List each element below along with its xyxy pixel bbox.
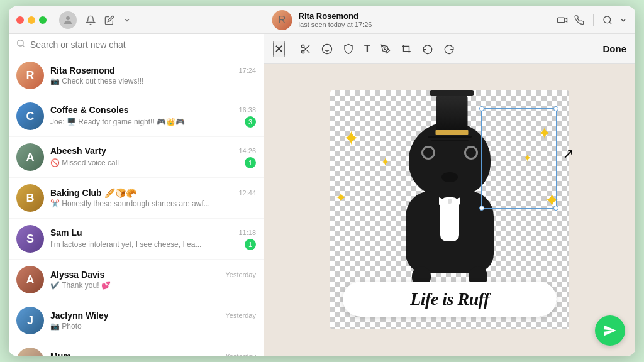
chat-avatar: A [16,266,44,293]
chat-time: 14:26 [238,147,256,155]
unread-badge: 1 [245,239,256,250]
chat-avatar: R [16,62,44,89]
traffic-lights [16,16,47,24]
svg-line-9 [307,50,309,52]
chat-info: Mum Yesterday ✔️ Night, love you too xx [50,351,256,356]
unread-badge: 1 [245,157,256,168]
svg-rect-1 [558,18,565,23]
cursor: ↖ [563,146,574,162]
chat-preview: 🚫 Missed voice call [50,158,119,167]
titlebar-left-controls [59,11,131,29]
search-icon [16,39,25,50]
editor-close-button[interactable]: ✕ [273,41,285,57]
chat-list-item[interactable]: B Baking Club 🥖🍞🥐 12:44 ✂️ Honestly thes… [9,178,264,219]
life-is-ruff-text: Life is Ruff [410,289,489,309]
editor-canvas: ✦ ✦ ✦ ✦ ✦ ✦ [264,64,635,356]
svg-point-6 [301,45,304,48]
chat-list-item[interactable]: A Alyssa Davis Yesterday ✔️ Thank you! 💕 [9,260,264,300]
svg-point-7 [301,50,304,53]
scissor-tool[interactable] [300,43,311,55]
user-avatar[interactable] [59,11,77,29]
pen-tool[interactable] [380,44,391,54]
search-bar [9,34,264,55]
chat-list-item[interactable]: A Abeesh Varty 14:26 🚫 Missed voice call… [9,137,264,178]
chat-info: Coffee & Consoles 16:38 Joe: 🖥️ Ready fo… [50,105,256,128]
chat-avatar: S [16,225,44,253]
chat-name: Mum [50,351,71,356]
chat-list-item[interactable]: S Sam Lu 11:18 I'm lactose intolerant ye… [9,219,264,260]
contact-name: Rita Rosemond [299,11,372,21]
titlebar-left-chevron-icon[interactable] [123,16,131,24]
search-input[interactable] [30,40,256,50]
svg-point-11 [323,44,332,53]
svg-line-10 [304,47,306,49]
chat-list: R Rita Rosemond 17:24 📷 Check out these … [9,55,264,356]
chat-name: Rita Rosemond [50,65,115,75]
notifications-icon[interactable] [86,15,96,25]
svg-line-3 [609,22,611,24]
send-button[interactable] [595,315,625,346]
chat-avatar: J [16,307,44,334]
svg-point-4 [18,40,23,46]
chat-time: Yesterday [225,271,256,278]
contact-info: Rita Rosemond last seen today at 17:26 [299,11,372,28]
sticker-canvas: ✦ ✦ ✦ ✦ ✦ ✦ [330,90,569,329]
unread-badge: 3 [245,116,256,128]
redo-tool[interactable] [443,43,455,55]
chat-avatar: A [16,143,44,171]
minimize-window-button[interactable] [28,16,35,24]
svg-line-5 [23,45,25,47]
chat-name: Sam Lu [50,228,82,238]
chat-list-item[interactable]: M Mum Yesterday ✔️ Night, love you too x… [9,341,264,356]
chat-time: 12:44 [238,189,256,197]
titlebar-right-controls [557,14,628,26]
chat-time: Yesterday [225,353,256,356]
app-window: R Rita Rosemond last seen today at 17:26 [9,6,635,356]
maximize-window-button[interactable] [39,16,47,24]
crop-tool[interactable] [401,43,412,55]
chat-time: 17:24 [238,67,256,74]
chat-avatar: M [16,348,44,356]
pug-illustration [330,97,569,292]
svg-point-0 [66,16,70,20]
main-content: R Rita Rosemond 17:24 📷 Check out these … [9,34,635,356]
svg-point-2 [604,16,611,23]
chat-time: 11:18 [238,229,256,236]
chat-name: Baking Club 🥖🍞🥐 [50,188,136,198]
chat-avatar: B [16,184,44,212]
chat-info: Jaclynn Wiley Yesterday 📷 Photo [50,310,256,331]
editor-toolbar: ✕ T [264,34,635,64]
done-button[interactable]: Done [603,43,627,54]
chat-time: 16:38 [238,106,256,114]
chat-info: Baking Club 🥖🍞🥐 12:44 ✂️ Honestly these … [50,188,256,208]
shape-tool[interactable] [343,43,354,55]
chat-name: Jaclynn Wiley [50,310,108,321]
emoji-tool[interactable] [321,43,333,55]
chat-list-item[interactable]: J Jaclynn Wiley Yesterday 📷 Photo [9,300,264,341]
chat-preview: 📷 Check out these views!!! [50,77,143,85]
undo-tool[interactable] [422,43,433,55]
close-window-button[interactable] [16,16,24,24]
voice-call-icon[interactable] [574,15,584,25]
chat-preview: Joe: 🖥️ Ready for game night!! 🎮👑🎮 [50,118,185,126]
chat-list-item[interactable]: R Rita Rosemond 17:24 📷 Check out these … [9,55,264,96]
chat-list-item[interactable]: C Coffee & Consoles 16:38 Joe: 🖥️ Ready … [9,96,264,137]
divider [593,14,594,26]
top-hat [430,90,474,135]
life-is-ruff-banner: Life is Ruff [343,282,557,317]
chat-area: ✕ T [264,34,635,356]
chat-info: Abeesh Varty 14:26 🚫 Missed voice call 1 [50,146,256,168]
video-call-icon[interactable] [557,14,568,26]
chat-info: Sam Lu 11:18 I'm lactose intolerant yet,… [50,228,256,250]
chat-preview: ✔️ Thank you! 💕 [50,281,111,290]
text-tool[interactable]: T [364,43,370,55]
chat-search-icon[interactable] [602,15,613,25]
chat-avatar: C [16,102,44,130]
compose-icon[interactable] [104,15,114,25]
more-options-icon[interactable] [619,16,628,25]
chat-info: Alyssa Davis Yesterday ✔️ Thank you! 💕 [50,270,256,290]
chat-name: Alyssa Davis [50,270,104,280]
titlebar: R Rita Rosemond last seen today at 17:26 [9,6,635,34]
chat-preview: I'm lactose intolerant yet, I see cheese… [50,240,201,249]
chat-time: Yesterday [225,312,256,319]
